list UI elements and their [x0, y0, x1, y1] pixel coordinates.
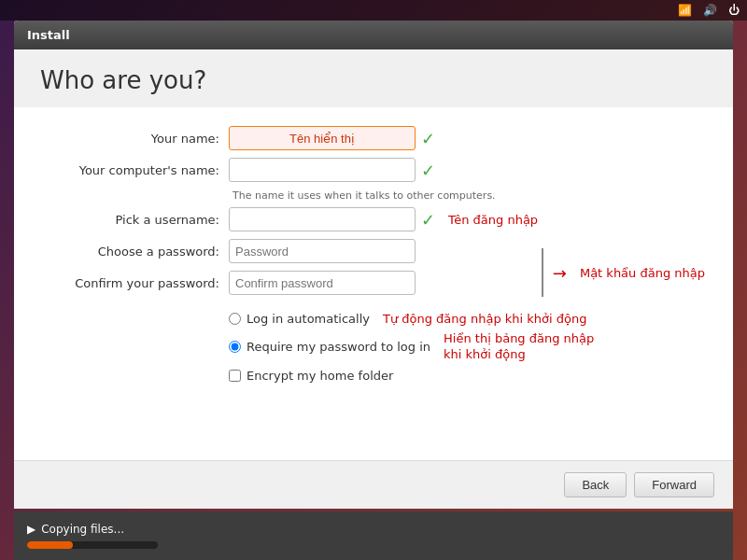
password-section: Choose a password: Confirm your password…	[42, 239, 705, 302]
encrypt-row: Encrypt my home folder	[229, 369, 705, 383]
computer-name-checkmark: ✓	[421, 161, 435, 180]
page-title: Who are you?	[40, 66, 707, 94]
page-heading-area: Who are you?	[14, 49, 733, 107]
power-icon[interactable]: ⏻	[728, 4, 740, 17]
username-row: Pick a username: ✓ Tên đăng nhập	[42, 207, 705, 231]
username-checkmark: ✓	[421, 210, 435, 230]
top-bar: 📶 🔊 ⏻	[0, 0, 747, 21]
require-password-vn-label: Hiển thị bảng đăng nhập khi khởi động	[444, 331, 594, 363]
your-name-row: Your name: ✓	[42, 126, 705, 150]
back-button[interactable]: Back	[564, 472, 627, 497]
your-name-input[interactable]	[229, 126, 416, 150]
password-row: Choose a password:	[42, 239, 536, 263]
login-auto-vn-label: Tự động đăng nhập khi khởi động	[383, 312, 587, 326]
login-auto-label[interactable]: Log in automatically	[247, 312, 370, 326]
status-text-row: ▶ Copying files...	[27, 523, 720, 536]
confirm-label: Confirm your password:	[42, 276, 229, 290]
password-fields: Choose a password: Confirm your password…	[42, 239, 536, 302]
password-vn-label: Mật khẩu đăng nhập	[580, 266, 705, 280]
password-label: Choose a password:	[42, 245, 229, 259]
username-field: ✓ Tên đăng nhập	[229, 207, 538, 231]
play-icon: ▶	[27, 523, 35, 536]
username-label: Pick a username:	[42, 213, 229, 227]
confirm-input[interactable]	[229, 271, 416, 295]
computer-name-label: Your computer's name:	[42, 163, 229, 177]
button-row: Back Forward	[14, 460, 733, 509]
status-bar: ▶ Copying files...	[14, 511, 733, 560]
computer-name-row: Your computer's name: ✓	[42, 158, 705, 182]
encrypt-checkbox[interactable]	[229, 370, 241, 382]
password-input[interactable]	[229, 239, 416, 263]
computer-name-input[interactable]	[229, 158, 416, 182]
require-password-label[interactable]: Require my password to log in	[247, 340, 430, 354]
volume-icon[interactable]: 🔊	[703, 4, 717, 17]
computer-name-field: ✓	[229, 158, 435, 182]
your-name-label: Your name:	[42, 132, 229, 146]
progress-bar-container	[27, 541, 158, 549]
login-auto-radio[interactable]	[229, 313, 241, 325]
window-title: Install	[27, 28, 70, 42]
install-window: Install Who are you? Your name: ✓ Your c…	[14, 21, 733, 509]
your-name-field: ✓	[229, 126, 435, 150]
arrow-icon: →	[553, 263, 567, 283]
encrypt-label[interactable]: Encrypt my home folder	[247, 369, 393, 383]
form-content: Your name: ✓ Your computer's name: ✓ The…	[14, 107, 733, 460]
username-vn-label: Tên đăng nhập	[448, 213, 538, 227]
computer-name-hint: The name it uses when it talks to other …	[233, 189, 496, 202]
login-auto-row: Log in automatically Tự động đăng nhập k…	[229, 312, 705, 326]
wifi-icon[interactable]: 📶	[678, 4, 692, 17]
vertical-line	[542, 248, 543, 297]
require-password-row: Require my password to log in Hiển thị b…	[229, 331, 705, 363]
options-section: Log in automatically Tự động đăng nhập k…	[229, 312, 705, 383]
computer-name-hint-row: The name it uses when it talks to other …	[42, 189, 705, 202]
password-field	[229, 239, 416, 263]
status-text: Copying files...	[41, 523, 124, 536]
forward-button[interactable]: Forward	[634, 472, 714, 497]
username-input[interactable]	[229, 207, 416, 231]
require-password-radio[interactable]	[229, 341, 241, 353]
progress-bar-fill	[27, 541, 73, 549]
title-bar: Install	[14, 21, 733, 49]
confirm-password-row: Confirm your password:	[42, 271, 536, 295]
confirm-field	[229, 271, 416, 295]
your-name-checkmark: ✓	[421, 129, 435, 148]
password-annotation: → Mật khẩu đăng nhập	[542, 239, 705, 302]
